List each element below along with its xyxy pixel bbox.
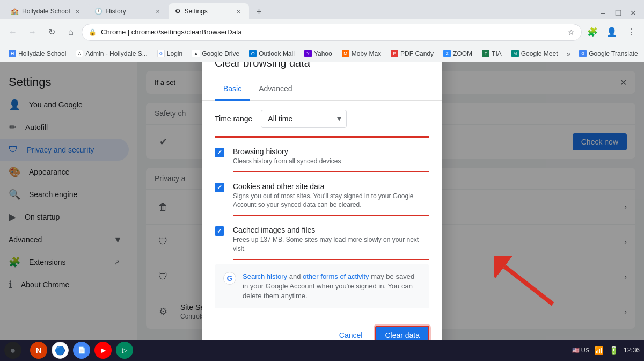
minimize-button[interactable]: – bbox=[597, 6, 610, 19]
search-history-link[interactable]: Search history bbox=[243, 272, 287, 280]
address-bar: ← → ↻ ⌂ 🔒 Chrome | chrome://settings/cle… bbox=[0, 19, 644, 45]
taskbar-app-onenote[interactable]: N bbox=[30, 342, 47, 359]
bookmark-gdrive[interactable]: ▲ Google Drive bbox=[188, 48, 244, 59]
tab-hollydale[interactable]: 🏫 Hollydale School ✕ bbox=[4, 3, 88, 19]
tab-history[interactable]: 🕐 History ✕ bbox=[88, 3, 169, 19]
other-forms-link[interactable]: other forms of activity bbox=[303, 272, 369, 280]
extensions-button[interactable]: 🧩 bbox=[584, 24, 601, 41]
time-range-row: Time range All time Last hour Last 24 ho… bbox=[215, 110, 429, 128]
bookmark-tia[interactable]: T TIA bbox=[478, 48, 506, 59]
taskbar-time: 12:36 bbox=[624, 346, 640, 354]
restore-button[interactable]: ❐ bbox=[612, 6, 625, 19]
tab-label-settings: Settings bbox=[184, 8, 207, 15]
browser-frame: 🏫 Hollydale School ✕ 🕐 History ✕ ⚙ Setti… bbox=[0, 0, 644, 361]
browsing-history-subtitle: Clears history from all synced devices bbox=[233, 157, 429, 166]
red-arrow-svg bbox=[494, 256, 558, 309]
taskbar-right: 🇺🇸 US 📶 🔋 12:36 bbox=[572, 345, 640, 356]
bookmark-pdf-candy[interactable]: P PDF Candy bbox=[386, 48, 438, 59]
dialog-title: Clear browsing data bbox=[202, 62, 442, 78]
clear-data-button[interactable]: Clear data bbox=[375, 326, 429, 340]
url-text: Chrome | chrome://settings/clearBrowserD… bbox=[101, 28, 564, 36]
bookmark-moby-max-label: Moby Max bbox=[352, 50, 381, 57]
bookmark-pdf-candy-label: PDF Candy bbox=[400, 50, 434, 57]
home-button[interactable]: ⌂ bbox=[62, 24, 79, 41]
tab-advanced-label: Advanced bbox=[259, 84, 292, 93]
reload-button[interactable]: ↻ bbox=[43, 24, 60, 41]
back-button[interactable]: ← bbox=[4, 24, 21, 41]
forward-button[interactable]: → bbox=[24, 24, 41, 41]
outlook-icon: O bbox=[249, 50, 257, 57]
cached-subtitle: Frees up 137 MB. Some sites may load mor… bbox=[233, 235, 429, 254]
tab-advanced[interactable]: Advanced bbox=[250, 78, 301, 101]
admin-icon: A bbox=[76, 50, 83, 57]
pdf-candy-icon: P bbox=[391, 50, 398, 57]
tab-basic[interactable]: Basic bbox=[215, 78, 250, 101]
chrome-icon: 🔵 bbox=[55, 345, 65, 356]
bookmark-outlook[interactable]: O Outlook Mail bbox=[245, 48, 299, 59]
tab-close-hollydale[interactable]: ✕ bbox=[73, 7, 82, 16]
cached-underline bbox=[233, 259, 429, 260]
new-tab-button[interactable]: + bbox=[251, 4, 266, 19]
dialog-body: Time range All time Last hour Last 24 ho… bbox=[202, 101, 442, 317]
tab-basic-label: Basic bbox=[223, 84, 241, 93]
gdrive-icon: ▲ bbox=[192, 50, 200, 57]
gdocs-icon: 📄 bbox=[78, 346, 86, 354]
play-icon: ▷ bbox=[122, 346, 127, 354]
tab-bar: 🏫 Hollydale School ✕ 🕐 History ✕ ⚙ Setti… bbox=[0, 0, 644, 19]
bookmark-outlook-label: Outlook Mail bbox=[259, 50, 295, 57]
tab-close-settings[interactable]: ✕ bbox=[234, 7, 243, 16]
dialog-tabs: Basic Advanced bbox=[202, 78, 442, 101]
cookies-underline bbox=[233, 215, 429, 216]
taskbar-start[interactable]: ● bbox=[4, 342, 21, 359]
taskbar-app-gdocs[interactable]: 📄 bbox=[73, 342, 90, 359]
tab-icon-history: 🕐 bbox=[94, 8, 103, 15]
taskbar-app-chrome[interactable]: 🔵 bbox=[52, 342, 69, 359]
bookmark-login[interactable]: G Login bbox=[153, 48, 187, 59]
bookmark-admin[interactable]: A Admin - Hollydale S... bbox=[71, 48, 151, 59]
browsing-history-checkbox[interactable] bbox=[215, 148, 224, 157]
close-button[interactable]: ✕ bbox=[627, 6, 640, 19]
google-meet-icon: M bbox=[511, 50, 519, 57]
dialog-actions: Cancel Clear data bbox=[202, 317, 442, 340]
menu-button[interactable]: ⋮ bbox=[623, 24, 640, 41]
tab-settings[interactable]: ⚙ Settings ✕ bbox=[169, 3, 249, 19]
cookies-title: Cookies and other site data bbox=[233, 182, 429, 191]
hollydale-icon: H bbox=[9, 50, 16, 57]
bookmark-yahoo[interactable]: Y Yahoo bbox=[300, 48, 336, 59]
bookmark-tia-label: TIA bbox=[492, 50, 502, 57]
url-bar[interactable]: 🔒 Chrome | chrome://settings/clearBrowse… bbox=[82, 24, 582, 41]
bookmark-moby-max[interactable]: M Moby Max bbox=[338, 48, 385, 59]
taskbar-apps: N 🔵 📄 ▶ ▷ bbox=[30, 342, 133, 359]
bookmarks-bar: H Hollydale School A Admin - Hollydale S… bbox=[0, 45, 644, 62]
bookmark-google-translate[interactable]: G Google Translate bbox=[575, 48, 642, 59]
bookmarks-more-button[interactable]: » bbox=[563, 48, 574, 60]
bookmark-star-icon[interactable]: ☆ bbox=[568, 28, 575, 37]
tab-label-hollydale: Hollydale School bbox=[22, 8, 70, 15]
taskbar-app-youtube[interactable]: ▶ bbox=[94, 342, 112, 359]
profile-button[interactable]: 👤 bbox=[603, 24, 620, 41]
cookies-checkbox[interactable] bbox=[215, 183, 224, 192]
taskbar: ● N 🔵 📄 ▶ ▷ 🇺🇸 US 📶 🔋 12:36 bbox=[0, 340, 644, 361]
bookmark-hollydale[interactable]: H Hollydale School bbox=[4, 48, 70, 59]
lock-icon: 🔒 bbox=[89, 28, 97, 36]
bookmark-zoom-label: ZOOM bbox=[453, 50, 472, 57]
cached-title: Cached images and files bbox=[233, 226, 429, 234]
cancel-button[interactable]: Cancel bbox=[331, 326, 371, 340]
bookmark-hollydale-label: Hollydale School bbox=[18, 50, 66, 57]
login-icon: G bbox=[157, 50, 165, 57]
bookmark-google-meet-label: Google Meet bbox=[521, 50, 558, 57]
cached-checkbox[interactable] bbox=[215, 226, 224, 236]
bookmark-google-translate-label: Google Translate bbox=[589, 50, 638, 57]
taskbar-app-play[interactable]: ▷ bbox=[116, 342, 133, 359]
bookmark-zoom[interactable]: Z ZOOM bbox=[439, 48, 477, 59]
arrow-annotation bbox=[494, 256, 558, 312]
google-g-icon: G bbox=[223, 272, 236, 285]
bookmark-google-meet[interactable]: M Google Meet bbox=[507, 48, 562, 59]
battery-icon: 🔋 bbox=[609, 345, 619, 356]
tab-label-history: History bbox=[106, 8, 126, 15]
time-range-select[interactable]: All time Last hour Last 24 hours Last 7 … bbox=[261, 110, 347, 128]
cookies-text: Cookies and other site data Signs you ou… bbox=[233, 182, 429, 210]
moby-max-icon: M bbox=[342, 50, 349, 57]
tab-icon-settings: ⚙ bbox=[175, 8, 181, 15]
tab-close-history[interactable]: ✕ bbox=[153, 7, 162, 16]
